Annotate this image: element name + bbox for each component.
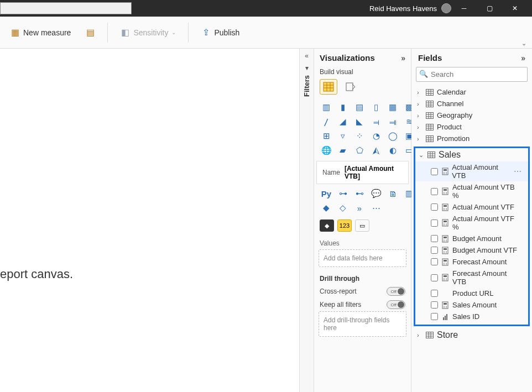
svg-rect-11 [426,101,434,107]
map-icon[interactable]: 🌐 [320,144,333,156]
qa-visual-icon[interactable]: 💬 [369,187,383,200]
field-checkbox[interactable] [431,203,438,211]
values-dropzone[interactable]: Add data fields here [319,249,406,267]
line-chart-icon[interactable]: 〳 [320,116,333,128]
table-row[interactable]: ›Promotion [411,133,532,144]
field-checkbox[interactable] [431,258,438,265]
clustered-bar-icon[interactable]: ▤ [353,101,366,113]
shape-map-icon[interactable]: ⬠ [353,144,366,156]
field-checkbox[interactable] [431,301,438,309]
drill-through-label: Drill through [314,270,411,285]
svg-point-45 [446,192,447,193]
close-button[interactable]: ✕ [502,0,528,17]
clustered-column-icon[interactable]: ▯ [369,101,383,113]
key-influencers-icon[interactable]: ⊶ [336,187,350,200]
stacked-bar-icon[interactable]: ▥ [320,101,333,113]
blank-chip-icon[interactable]: ▭ [355,219,369,232]
new-measure-button[interactable]: ▦ New measure [4,25,76,40]
measure-icon [441,168,448,175]
field-row[interactable]: Actual Amount VTF % [415,213,528,233]
visualization-gallery-2: Py ⊶ ⊷ 💬 🗎 ▥ ◆ ◇ » ⋯ [314,185,411,217]
stacked-area-icon[interactable]: ◣ [353,116,366,128]
line-stacked-column-icon[interactable]: ⫤ [369,116,383,128]
azure-map-icon[interactable]: ⮙ [369,144,383,156]
filters-pane-collapsed[interactable]: « ▾ Filters [300,49,314,392]
smart-narrative-icon[interactable]: 🗎 [386,187,399,200]
publish-button[interactable]: ⇪ Publish [195,25,245,40]
tooltip-value: [Actual Amount VTB] [345,165,403,180]
numeric-chip-icon[interactable]: 123 [337,219,352,232]
field-row[interactable]: Budget Amount VTF [415,244,528,256]
field-checkbox[interactable] [431,247,438,254]
dark-chip-icon[interactable]: ◆ [320,219,334,232]
svg-rect-84 [442,302,448,309]
user-name: Reid Havens Havens [369,4,437,13]
field-row[interactable]: Actual Amount VTF [415,201,528,213]
new-column-button[interactable]: ▤ [80,25,101,40]
more-options-icon[interactable]: ⋯ [514,167,523,176]
build-visual-tab[interactable] [320,79,337,95]
svg-point-59 [446,224,447,226]
power-automate-icon[interactable]: ◇ [336,202,350,214]
field-checkbox[interactable] [431,313,438,320]
table-row[interactable]: ›Product [411,121,532,133]
donut-icon[interactable]: ◯ [386,130,399,142]
fields-search[interactable]: 🔍 [416,67,528,82]
svg-point-88 [444,307,445,308]
field-checkbox[interactable] [431,274,438,281]
search-input[interactable] [416,67,528,82]
table-icon [426,135,434,142]
100-stacked-bar-icon[interactable]: ▦ [386,101,399,113]
field-checkbox[interactable] [431,168,438,175]
stacked-column-icon[interactable]: ▮ [336,101,350,113]
field-checkbox[interactable] [431,219,438,227]
scatter-icon[interactable]: ⁘ [353,130,366,142]
svg-rect-61 [444,237,447,238]
field-row[interactable]: Actual Amount VTB⋯ [415,161,528,181]
table-row[interactable]: ›Channel [411,98,532,109]
svg-point-83 [446,279,447,280]
field-checkbox[interactable] [431,235,438,242]
python-visual-icon[interactable]: Py [320,187,333,200]
field-row[interactable]: Product URL [415,288,528,299]
power-apps-icon[interactable]: ◆ [320,202,333,214]
table-row-store[interactable]: › Store [411,328,532,342]
field-checkbox[interactable] [431,188,438,195]
sensitivity-button[interactable]: ◧ Sensitivity ⌄ [114,25,181,40]
field-row[interactable]: Budget Amount [415,233,528,244]
main-area: eport canvas. « ▾ Filters Visualizations… [0,49,532,392]
field-row[interactable]: Actual Amount VTB % [415,181,528,201]
area-chart-icon[interactable]: ◢ [336,116,350,128]
decomposition-tree-icon[interactable]: ⊷ [353,187,366,200]
drill-through-dropzone[interactable]: Add drill-through fields here [319,311,406,337]
field-checkbox[interactable] [431,290,438,297]
format-visual-tab[interactable] [342,79,359,95]
field-row[interactable]: Sales ID [415,311,528,322]
field-row[interactable]: Sales Amount [415,299,528,311]
minimize-button[interactable]: ─ [451,0,477,17]
filled-map-icon[interactable]: ▰ [336,144,350,156]
field-row[interactable]: Forecast Amount [415,256,528,268]
gauge-icon[interactable]: ◐ [386,144,399,156]
table-row[interactable]: ›Geography [411,109,532,121]
expand-icon[interactable]: » [521,54,525,62]
keep-filters-toggle[interactable]: Off [387,300,405,309]
restore-button[interactable]: ▢ [477,0,502,17]
table-row-sales[interactable]: ⌄ Sales [415,148,528,161]
collapse-left-icon[interactable]: « [305,52,309,60]
more-visuals-icon[interactable]: » [353,202,366,214]
ellipsis-icon[interactable]: ⋯ [369,202,383,214]
user-area[interactable]: Reid Havens Havens [369,3,451,13]
table-visual-icon [323,82,334,92]
waterfall-icon[interactable]: ⊞ [320,130,333,142]
pie-icon[interactable]: ◔ [369,130,383,142]
table-row[interactable]: ›Calendar [411,86,532,98]
report-canvas[interactable]: eport canvas. [0,49,300,392]
line-clustered-column-icon[interactable]: ⫥ [386,116,399,128]
address-bar[interactable] [0,2,132,14]
field-row[interactable]: Forecast Amount VTB [415,268,528,288]
expand-icon[interactable]: » [401,54,405,62]
ribbon-collapse-icon[interactable]: ⌄ [521,40,526,47]
funnel-icon[interactable]: ▿ [336,130,350,142]
cross-report-toggle[interactable]: Off [387,287,405,296]
